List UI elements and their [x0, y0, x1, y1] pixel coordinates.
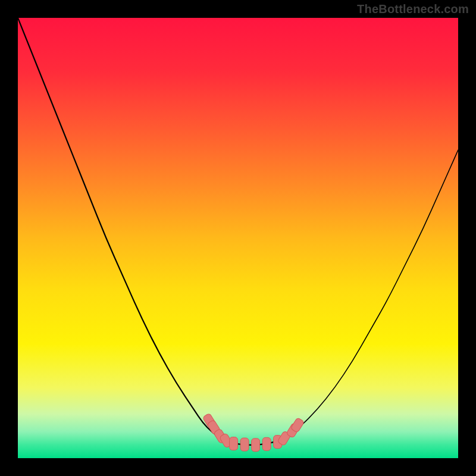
- watermark-text: TheBottleneck.com: [357, 2, 469, 16]
- marker-floor-2: [240, 438, 249, 451]
- chart-frame: TheBottleneck.com: [0, 0, 476, 476]
- chart-svg: [18, 18, 458, 458]
- plot-area: [18, 18, 458, 458]
- marker-floor-3: [252, 439, 260, 452]
- marker-floor-1: [230, 437, 238, 450]
- marker-floor-4: [262, 437, 271, 450]
- gradient-background: [18, 18, 458, 458]
